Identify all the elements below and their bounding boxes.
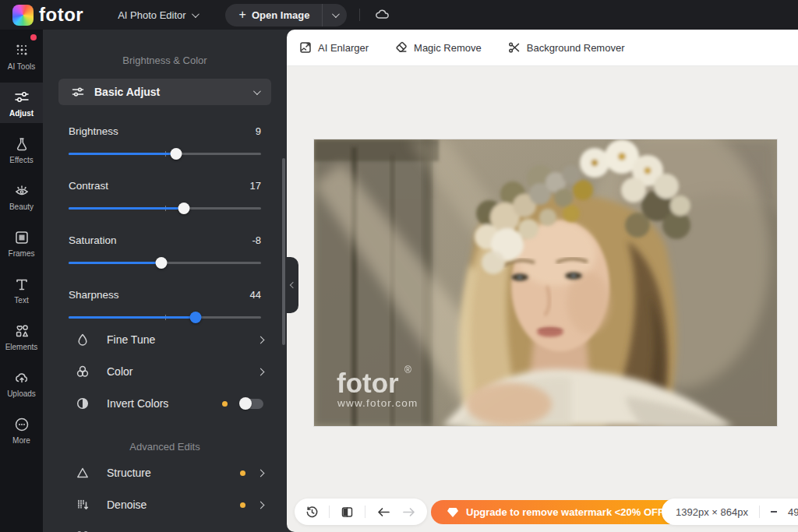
- undo-button[interactable]: [376, 506, 391, 518]
- invert-colors-toggle[interactable]: [240, 399, 263, 409]
- edited-photo[interactable]: fotor ® www.fotor.com: [314, 139, 777, 426]
- arrow-left-icon: [376, 506, 391, 518]
- sidebar-item-uploads[interactable]: Uploads: [0, 363, 43, 403]
- chevron-right-icon: [257, 501, 265, 509]
- row-label: Fine Tune: [107, 333, 258, 346]
- tool-sidebar: AI Tools Adjust Effects: [0, 30, 43, 532]
- open-image-button[interactable]: + Open Image: [225, 4, 348, 26]
- sidebar-item-label: More: [12, 436, 30, 445]
- app-mode-menu[interactable]: AI Photo Editor: [118, 9, 196, 21]
- color-circles-icon: [76, 365, 90, 379]
- basic-adjust-button[interactable]: Basic Adjust: [58, 79, 271, 105]
- slider-thumb[interactable]: [178, 203, 190, 214]
- sidebar-item-label: AI Tools: [8, 62, 35, 71]
- slider-label: Sharpness: [69, 289, 119, 301]
- sharpness-slider-group: Sharpness 44: [69, 289, 261, 323]
- open-image-dropdown[interactable]: [323, 12, 347, 18]
- tool-label: Background Remover: [527, 42, 625, 54]
- panel-title: Brightness & Color: [58, 55, 271, 66]
- invert-colors-row[interactable]: Invert Colors: [76, 388, 263, 419]
- compare-icon: [341, 506, 354, 519]
- sidebar-item-adjust[interactable]: Adjust: [0, 83, 43, 123]
- structure-row[interactable]: Structure: [76, 457, 263, 488]
- panel-collapse-handle[interactable]: [287, 257, 298, 313]
- sharpness-slider[interactable]: [69, 311, 261, 323]
- premium-dot: [222, 401, 228, 407]
- sidebar-item-text[interactable]: Text: [0, 270, 43, 310]
- compare-button[interactable]: [341, 506, 354, 519]
- tool-label: AI Enlarger: [318, 42, 369, 54]
- divider: [329, 506, 330, 518]
- ellipsis-icon: [13, 416, 30, 433]
- sidebar-item-label: Frames: [9, 249, 35, 258]
- background-remover-button[interactable]: Background Remover: [508, 41, 625, 54]
- saturation-slider[interactable]: [69, 256, 261, 269]
- arrow-right-icon: [401, 506, 416, 518]
- row-label: Denoise: [107, 499, 240, 511]
- fotor-logo-text: fotor: [39, 4, 83, 26]
- sidebar-item-frames[interactable]: Frames: [0, 223, 43, 263]
- chevron-down-icon: [192, 10, 200, 18]
- chevron-left-icon: [289, 282, 295, 288]
- fine-tune-row[interactable]: Fine Tune: [76, 324, 263, 355]
- slider-label: Brightness: [69, 125, 118, 137]
- ai-enlarger-icon: [299, 41, 312, 54]
- cloud-icon: [374, 6, 391, 23]
- sidebar-item-beauty[interactable]: Beauty: [0, 176, 43, 217]
- watermark-url: www.fotor.com: [337, 397, 418, 409]
- premium-dot: [240, 502, 245, 508]
- slider-value: 17: [250, 180, 261, 192]
- brightness-slider[interactable]: [69, 147, 261, 160]
- image-dimensions: 1392px × 864px: [676, 506, 748, 518]
- sidebar-item-label: Text: [14, 296, 28, 305]
- slider-value: 44: [250, 289, 261, 301]
- contrast-slider-group: Contrast 17: [69, 180, 261, 214]
- upgrade-button[interactable]: Upgrade to remove watermark <20% OFF>: [431, 500, 686, 524]
- watermark-reg: ®: [404, 365, 411, 375]
- topbar: fotor AI Photo Editor + Open Image: [0, 0, 798, 30]
- canvas-area[interactable]: fotor ® www.fotor.com: [287, 66, 798, 532]
- eraser-icon: [395, 41, 408, 54]
- plus-icon: +: [239, 9, 246, 21]
- sidebar-item-label: Effects: [9, 156, 33, 164]
- zoom-out-button[interactable]: [771, 511, 777, 513]
- chevron-right-icon: [257, 336, 265, 344]
- sidebar-item-label: Uploads: [7, 389, 36, 398]
- color-row[interactable]: Color: [76, 356, 263, 387]
- sidebar-item-more[interactable]: More: [0, 410, 43, 450]
- slider-thumb[interactable]: [155, 257, 167, 269]
- denoise-row[interactable]: Denoise: [76, 489, 263, 520]
- fotor-logo[interactable]: fotor: [12, 4, 83, 26]
- frame-icon: [13, 229, 30, 246]
- row-label: Structure: [107, 467, 240, 479]
- slider-value: -8: [252, 234, 261, 246]
- zoom-controls: 1392px × 864px 49% +: [662, 499, 798, 525]
- eye-icon: [13, 182, 30, 199]
- sidebar-item-effects[interactable]: Effects: [0, 129, 43, 170]
- tool-label: Magic Remove: [414, 42, 482, 54]
- row-label: Invert Colors: [107, 397, 222, 410]
- sidebar-item-label: Beauty: [9, 203, 34, 211]
- cloud-save-button[interactable]: [374, 6, 391, 23]
- history-controls: [295, 499, 427, 525]
- sidebar-item-label: Elements: [5, 343, 38, 351]
- panel-scrollbar[interactable]: [282, 158, 285, 345]
- divider: [365, 506, 365, 518]
- slider-value: 9: [256, 125, 261, 137]
- ai-enlarger-button[interactable]: AI Enlarger: [299, 41, 369, 54]
- history-button[interactable]: [305, 506, 319, 519]
- chevron-right-icon: [257, 469, 265, 477]
- redo-button[interactable]: [401, 506, 416, 518]
- topbar-divider: [359, 9, 360, 21]
- vignette-row[interactable]: Vignette: [76, 521, 263, 532]
- sidebar-item-elements[interactable]: Elements: [0, 316, 43, 357]
- slider-thumb[interactable]: [190, 312, 202, 323]
- slider-label: Contrast: [69, 180, 108, 192]
- slider-thumb[interactable]: [171, 148, 182, 160]
- sidebar-item-ai-tools[interactable]: AI Tools: [0, 36, 43, 76]
- grid-dots-icon: [13, 42, 30, 59]
- contrast-slider[interactable]: [69, 202, 261, 214]
- watermark-title: fotor: [337, 368, 399, 398]
- open-image-main[interactable]: + Open Image: [225, 9, 323, 21]
- magic-remove-button[interactable]: Magic Remove: [395, 41, 482, 54]
